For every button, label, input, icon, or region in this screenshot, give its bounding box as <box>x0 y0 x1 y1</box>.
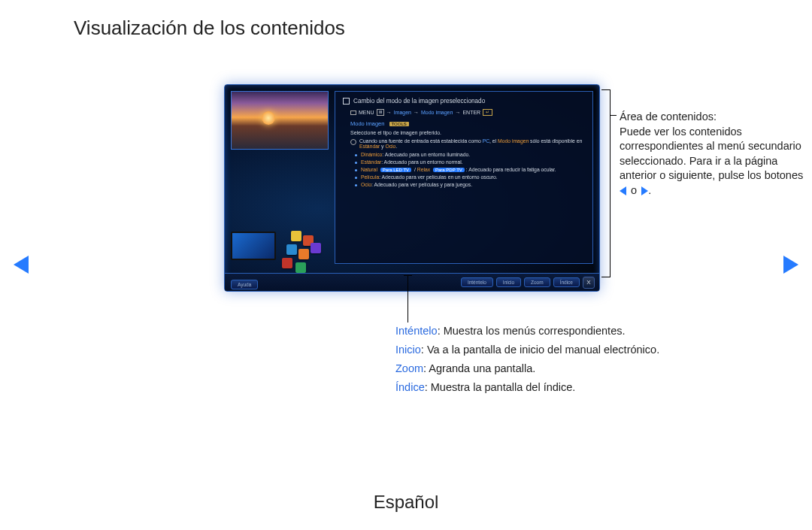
preview-thumbnail <box>231 91 329 150</box>
prev-page-arrow[interactable] <box>14 256 29 274</box>
mode-item: Estándar: Adecuado para un entorno norma… <box>355 159 585 165</box>
home-button[interactable]: Inicio <box>496 277 521 287</box>
mode-item: Película: Adecuado para ver películas en… <box>355 174 585 180</box>
next-page-arrow[interactable] <box>783 256 798 274</box>
mode-item: Dinámico: Adecuado para un entorno ilumi… <box>355 152 585 157</box>
note: Cuando una fuente de entrada está establ… <box>350 138 585 149</box>
enter-chip-icon: ↵ <box>483 109 492 116</box>
button-bar: Ayuda Inténtelo Inicio Zoom Índice X <box>225 273 599 291</box>
mode-item: Ocio: Adecuado para ver películas y para… <box>355 182 585 187</box>
tools-chip: TOOLS <box>389 122 409 126</box>
arrow-left-icon <box>620 186 626 195</box>
pdp-chip: Para PDP TV <box>433 168 465 172</box>
help-button[interactable]: Ayuda <box>231 280 258 289</box>
index-button[interactable]: Índice <box>553 277 580 287</box>
section-label: Modo imagen TOOLS <box>350 120 585 127</box>
bc-step1: Imagen <box>394 110 411 115</box>
zoom-button[interactable]: Zoom <box>524 277 550 287</box>
content-area: Cambio del modo de la imagen preseleccio… <box>335 91 593 264</box>
tv-preview: Cambio del modo de la imagen preseleccio… <box>224 84 600 292</box>
leader-line <box>408 276 408 323</box>
content-title: Cambio del modo de la imagen preseleccio… <box>343 98 585 104</box>
bc-enter: ENTER <box>462 110 480 115</box>
content-area-callout: Área de contenidos: Puede ver los conten… <box>620 110 804 198</box>
callout-lead <box>611 115 617 116</box>
led-chip: Para LED TV <box>380 168 411 172</box>
mode-item: Natural Para LED TV / Relax Para PDP TV:… <box>355 167 585 172</box>
arrow-right-icon <box>641 186 648 195</box>
info-icon <box>350 139 356 145</box>
remote-icon <box>350 111 356 115</box>
try-button[interactable]: Inténtelo <box>461 277 493 287</box>
bc-step2: Modo imagen <box>421 110 453 115</box>
mode-list: Dinámico: Adecuado para un entorno ilumi… <box>355 152 585 187</box>
bc-menu: MENU <box>359 110 374 115</box>
breadcrumb: MENU Ⅲ → Imagen → Modo imagen → ENTER ↵ <box>350 109 585 116</box>
section-desc: Seleccione el tipo de imagen preferido. <box>350 130 585 135</box>
close-button[interactable]: X <box>583 277 595 289</box>
page-language: Español <box>0 492 812 513</box>
callout-bracket <box>601 89 611 277</box>
menu-chip-icon: Ⅲ <box>377 109 384 116</box>
page-title: Visualización de los contenidos <box>74 17 345 40</box>
button-descriptions: Inténtelo: Muestra los menús correspondi… <box>395 325 756 400</box>
